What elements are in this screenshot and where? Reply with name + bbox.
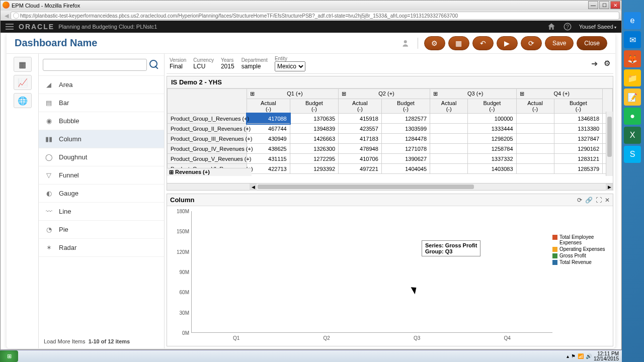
funnel-chart-icon: ▽ (44, 170, 54, 180)
palette-item-bar[interactable]: ▤Bar (39, 94, 164, 112)
windows-taskbar: ⊞ ▴ ⚑ 📶 🔊 12:11 PM12/14/2015 (0, 350, 622, 362)
palette-search-input[interactable] (43, 59, 147, 71)
undo-button[interactable]: ↶ (472, 36, 494, 50)
user-menu[interactable]: Yousef Saeed (579, 24, 616, 30)
firefox-icon (3, 2, 10, 9)
left-nav: ▦ 📈 🌐 (7, 54, 39, 348)
tray-chevron-icon[interactable]: ▴ (567, 353, 569, 359)
bar-chart-icon: ▤ (44, 98, 54, 108)
chart-panel: Column ⟳ 🔗 ⛶ ✕ 0M30M60M90M120M150M180M (167, 194, 613, 346)
chart-link-icon[interactable]: 🔗 (585, 197, 593, 204)
data-grid-panel: IS Demo 2 - YHS ⊞Q1 (+)⊞Q2 (+)⊞Q3 (+)⊞Q4… (167, 76, 613, 191)
mouse-cursor (413, 286, 419, 294)
x-label: Q2 (294, 335, 359, 341)
nav-dashboard-icon[interactable]: ▦ (14, 57, 32, 72)
tray-volume-icon[interactable]: 🔊 (586, 353, 592, 359)
oracle-logo: ORACLE (19, 23, 54, 31)
table-row[interactable]: Product_Group_IV_Revenues (+)43862513263… (168, 144, 613, 154)
window-close-button[interactable]: ✕ (610, 1, 620, 9)
pov-version[interactable]: Final (170, 63, 186, 70)
pov-department[interactable]: sample (242, 63, 268, 70)
y-tick: 180M (177, 209, 189, 214)
window-title: EPM Cloud - Mozilla Firefox (12, 3, 80, 9)
maximize-button[interactable]: ☐ (599, 1, 609, 9)
legend-item[interactable]: Total Employee Expenses (552, 234, 608, 245)
rail-app-icon[interactable]: X (624, 127, 641, 144)
refresh-button[interactable]: ⟳ (521, 36, 542, 50)
pov-entity-select[interactable]: Mexico (275, 61, 305, 71)
rail-app-icon[interactable]: S (624, 146, 641, 163)
table-row[interactable]: Product_Group_I_Revenues (+)417088137063… (168, 114, 613, 124)
rail-app-icon[interactable]: ✉ (624, 31, 641, 48)
home-icon[interactable] (547, 22, 556, 31)
x-label: Q3 (384, 335, 450, 341)
minimize-button[interactable]: — (588, 1, 598, 9)
save-button[interactable]: Save (545, 36, 574, 50)
nav-chart-icon[interactable]: 📈 (14, 75, 32, 90)
firefox-titlebar: EPM Cloud - Mozilla Firefox — ☐ ✕ (1, 1, 621, 11)
nav-globe-icon[interactable]: 🌐 (14, 93, 32, 108)
chart-tooltip: Series: Gross ProfitGroup: Q3 (422, 240, 480, 256)
palette-item-area[interactable]: ◢Area (39, 76, 164, 94)
search-icon[interactable] (149, 59, 160, 70)
table-row[interactable]: Product_Group_V_Revenues (+)431115127229… (168, 154, 613, 164)
pie-chart-icon: ◔ (44, 225, 54, 235)
pov-settings-icon[interactable]: ⚙ (604, 59, 610, 68)
bubble-chart-icon: ◉ (44, 116, 54, 126)
run-button[interactable]: ▶ (497, 36, 518, 50)
pov-currency[interactable]: LCU (193, 63, 214, 70)
doughnut-chart-icon: ◯ (44, 152, 54, 162)
tray-network-icon[interactable]: 📶 (578, 353, 584, 359)
table-row[interactable]: Product_Group_II_Revenues (+)46774413948… (168, 124, 613, 134)
y-tick: 90M (180, 269, 189, 275)
palette-item-gauge[interactable]: ◐Gauge (39, 185, 164, 203)
url-field[interactable]: https://planbastic-test-keyperformanceid… (11, 12, 619, 20)
load-more[interactable]: Load More Items 1-10 of 12 items (39, 334, 164, 348)
revenues-row[interactable]: ⊞ Revenues (+) (167, 168, 252, 176)
close-button[interactable]: Close (577, 36, 607, 50)
chart-refresh-icon[interactable]: ⟳ (577, 197, 582, 204)
app-name: Planning and Budgeting Cloud: PLNstc1 (58, 24, 157, 30)
rail-app-icon[interactable]: e (624, 12, 641, 29)
settings-button[interactable]: ⚙ (424, 36, 445, 50)
palette-item-pie[interactable]: ◔Pie (39, 221, 164, 239)
pov-go-icon[interactable]: ➜ (591, 59, 598, 68)
legend-item[interactable]: Operating Expenses (552, 246, 608, 252)
tray-flag-icon[interactable]: ⚑ (571, 353, 576, 359)
palette-item-line[interactable]: 〰Line (39, 203, 164, 221)
chart-maximize-icon[interactable]: ⛶ (596, 197, 602, 204)
grid-button[interactable]: ▦ (448, 36, 469, 50)
chart-title: Column (170, 196, 194, 204)
chart-legend: Total Employee ExpensesOperating Expense… (552, 209, 610, 343)
vertical-scrollbar[interactable] (606, 112, 613, 176)
start-button[interactable]: ⊞ (0, 350, 18, 362)
pov-years[interactable]: 2015 (221, 63, 234, 70)
horizontal-scrollbar[interactable]: ◀ ▶ (167, 183, 613, 190)
rail-app-icon[interactable]: 🦊 (624, 50, 641, 67)
user-role-icon[interactable] (400, 37, 413, 49)
palette-item-column[interactable]: ▮▮Column (39, 130, 164, 148)
palette-item-doughnut[interactable]: ◯Doughnut (39, 148, 164, 166)
svg-text:?: ? (566, 24, 569, 30)
palette-item-radar[interactable]: ✶Radar (39, 239, 164, 257)
legend-item[interactable]: Total Revenue (552, 259, 608, 265)
rail-app-icon[interactable]: 📁 (624, 69, 641, 86)
y-tick: 0M (182, 330, 189, 336)
chart-close-icon[interactable]: ✕ (605, 197, 610, 204)
gauge-chart-icon: ◐ (44, 189, 54, 199)
table-row[interactable]: Product_Group_III_Revenues (+)4309491426… (168, 134, 613, 144)
grid-title: IS Demo 2 - YHS (167, 76, 613, 88)
palette-item-bubble[interactable]: ◉Bubble (39, 112, 164, 130)
palette-item-funnel[interactable]: ▽Funnel (39, 166, 164, 185)
line-chart-icon: 〰 (44, 207, 54, 217)
dashboard-title: Dashboard Name (15, 37, 98, 49)
hamburger-icon[interactable] (6, 24, 14, 30)
rail-app-icon[interactable]: ● (624, 108, 641, 125)
nav-back-icon[interactable]: ◀ (5, 13, 9, 19)
rail-app-icon[interactable]: 📝 (624, 88, 641, 106)
clock[interactable]: 12:11 PM12/14/2015 (594, 351, 619, 361)
svg-point-2 (404, 40, 407, 43)
oracle-banner: ORACLE Planning and Budgeting Cloud: PLN… (1, 21, 621, 33)
legend-item[interactable]: Gross Profit (552, 253, 608, 258)
help-icon[interactable]: ? (563, 22, 572, 31)
